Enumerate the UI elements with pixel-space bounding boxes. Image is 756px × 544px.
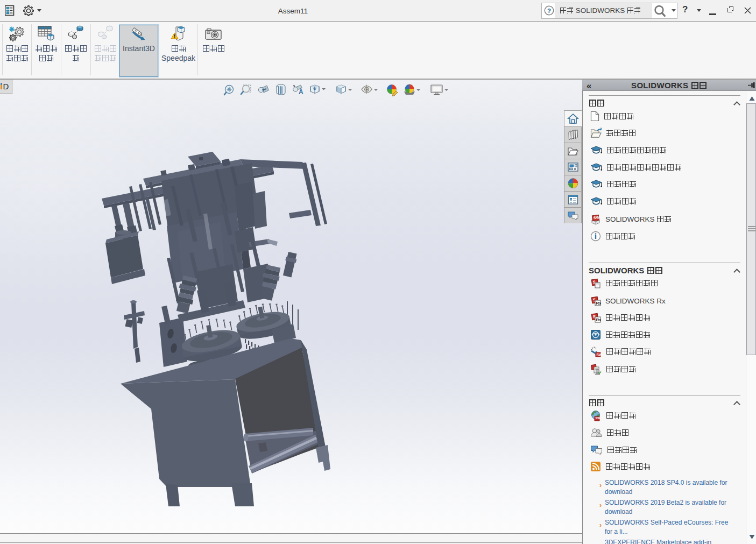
svg-text:SW: SW bbox=[597, 352, 602, 356]
svg-text:?: ? bbox=[547, 8, 551, 14]
svg-text:Rx: Rx bbox=[596, 301, 602, 306]
svg-text:Rx: Rx bbox=[596, 317, 602, 322]
svg-text:A: A bbox=[299, 88, 303, 96]
svg-text:SW: SW bbox=[596, 416, 601, 420]
